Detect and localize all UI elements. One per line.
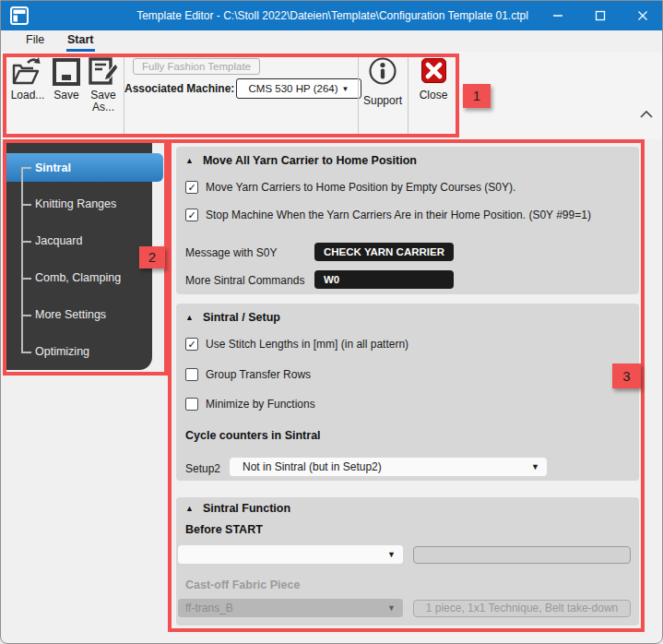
document-pencil-icon (87, 56, 120, 88)
sidebar-item-knitting-ranges[interactable]: Knitting Ranges (35, 195, 150, 213)
support-button[interactable]: Support (360, 56, 406, 107)
associated-machine-value: CMS 530 HP (264) (249, 83, 338, 94)
red-x-icon (421, 58, 446, 83)
checkbox-label: Minimize by Functions (206, 398, 315, 411)
sidebar-item-more-settings[interactable]: More Settings (35, 305, 150, 324)
floppy-disk-icon (51, 56, 82, 88)
cast-off-dropdown-value: ff-trans_B (185, 602, 233, 614)
section-move-yarn-carrier: ▲ Move All Yarn Carrier to Home Position… (176, 147, 639, 294)
minimize-icon (552, 10, 563, 21)
sidebar-item-jacquard[interactable]: Jacquard (35, 232, 150, 250)
section-header[interactable]: ▲ Sintral / Setup (185, 311, 280, 324)
cast-off-fabric-piece-label: Cast-off Fabric Piece (185, 578, 300, 591)
save-as-button[interactable]: Save As... (84, 56, 123, 113)
triangle-up-icon: ▲ (185, 313, 194, 322)
cycle-counters-subheading: Cycle counters in Sintral (185, 429, 321, 442)
tree-tick (21, 352, 31, 353)
open-folder-icon (11, 56, 44, 88)
minimize-button[interactable] (537, 1, 579, 30)
section-sintral-function: ▲ Sintral Function Before START ▼ Cast-o… (176, 497, 639, 626)
triangle-up-icon: ▲ (185, 156, 194, 165)
title-bar: Template Editor - C:\Stoll 2022\Dateien\… (1, 1, 663, 30)
chevron-up-icon[interactable] (639, 110, 654, 119)
checkbox-row[interactable]: Group Transfer Rows (185, 368, 311, 381)
setup2-dropdown[interactable]: Not in Sintral (but in Setup2) ▼ (230, 458, 547, 476)
maximize-button[interactable] (579, 1, 622, 30)
caret-down-icon: ▼ (387, 603, 396, 613)
sidebar-item-sintral[interactable]: Sintral (35, 159, 150, 177)
before-start-dropdown[interactable]: ▼ (178, 545, 403, 564)
sidebar-item-comb-clamping[interactable]: Comb, Clamping (35, 268, 150, 287)
fully-fashion-template-button: Fully Fashion Template (133, 58, 260, 75)
menu-start[interactable]: Start (67, 33, 93, 46)
triangle-up-icon: ▲ (185, 504, 194, 513)
load-button-label: Load... (8, 89, 47, 101)
checkbox-label: Group Transfer Rows (206, 368, 311, 381)
support-button-label: Support (360, 94, 406, 107)
checkbox-row[interactable]: ✓ Move Yarn Carriers to Home Position by… (185, 181, 515, 194)
checkbox-row[interactable]: ✓ Use Stitch Lengths in [mm] (in all pat… (185, 338, 408, 351)
before-start-field[interactable] (413, 546, 631, 564)
section-title: Move All Yarn Carrier to Home Position (203, 154, 417, 167)
cast-off-dropdown: ff-trans_B ▼ (178, 599, 403, 617)
checkbox-label: Stop Machine When the Yarn Carriers Are … (206, 209, 591, 221)
checkbox[interactable]: ✓ (185, 181, 198, 194)
close-x-icon (637, 10, 648, 21)
menu-bar: File Start (1, 30, 663, 52)
section-header[interactable]: ▲ Move All Yarn Carrier to Home Position (185, 154, 417, 167)
checkbox-row[interactable]: ✓ Stop Machine When the Yarn Carriers Ar… (185, 209, 591, 221)
load-button[interactable]: Load... (8, 56, 47, 101)
toolbar-separator (408, 56, 408, 134)
checkbox[interactable] (185, 398, 198, 411)
checkbox[interactable]: ✓ (185, 338, 198, 351)
tree-tick (21, 167, 31, 169)
section-title: Sintral Function (203, 502, 290, 515)
sidebar-item-optimizing[interactable]: Optimizing (35, 342, 150, 361)
tree-tick (21, 315, 31, 316)
caret-down-icon: ▼ (531, 462, 539, 471)
close-window-button[interactable] (622, 1, 663, 30)
caret-down-icon: ▼ (387, 550, 396, 559)
caret-down-icon: ▼ (342, 85, 349, 93)
annotation-badge-1: 1 (463, 84, 491, 108)
ribbon-toolbar: Load... Save Save As... Fully Fashion Te… (1, 52, 663, 139)
save-as-button-label: Save As... (84, 89, 123, 113)
tree-tick (21, 278, 31, 280)
cast-off-description-field: 1 piece, 1x1 Technique, Belt take-down (413, 600, 631, 617)
close-template-button[interactable]: Close (409, 56, 457, 101)
before-start-label: Before START (185, 523, 263, 536)
message-with-s0y-label: Message with S0Y (185, 246, 277, 259)
save-button[interactable]: Save (47, 56, 86, 101)
annotation-badge-2: 2 (139, 246, 165, 268)
setup2-dropdown-value: Not in Sintral (but in Setup2) (237, 460, 382, 473)
close-button-label: Close (409, 89, 457, 101)
checkbox[interactable] (185, 368, 198, 381)
section-sintral-setup: ▲ Sintral / Setup ✓ Use Stitch Lengths i… (176, 304, 639, 481)
menu-file[interactable]: File (26, 33, 44, 46)
message-with-s0y-field[interactable]: CHECK YARN CARRIER (314, 243, 454, 261)
template-editor-window: Template Editor - C:\Stoll 2022\Dateien\… (0, 0, 663, 644)
associated-machine-dropdown[interactable]: CMS 530 HP (264) ▼ (236, 78, 361, 99)
checkbox-label: Move Yarn Carriers to Home Position by E… (206, 181, 515, 194)
toolbar-separator (124, 56, 124, 134)
tree-tick (21, 241, 31, 243)
save-button-label: Save (47, 89, 86, 101)
info-circle-icon (368, 56, 397, 86)
setup2-label: Setup2 (185, 462, 220, 475)
checkbox[interactable]: ✓ (185, 209, 198, 221)
more-sintral-commands-label: More Sintral Commands (185, 274, 304, 287)
tree-tick (21, 204, 31, 206)
checkbox-label: Use Stitch Lengths in [mm] (in all patte… (206, 338, 408, 351)
section-header[interactable]: ▲ Sintral Function (185, 502, 290, 515)
annotation-badge-3: 3 (612, 364, 641, 388)
section-title: Sintral / Setup (203, 311, 280, 324)
more-sintral-commands-field[interactable]: W0 (314, 270, 454, 289)
toolbar-separator (358, 56, 359, 134)
maximize-icon (595, 10, 606, 21)
associated-machine-label: Associated Machine: (124, 82, 234, 95)
checkbox-row[interactable]: Minimize by Functions (185, 398, 315, 411)
tree-line (21, 168, 23, 352)
